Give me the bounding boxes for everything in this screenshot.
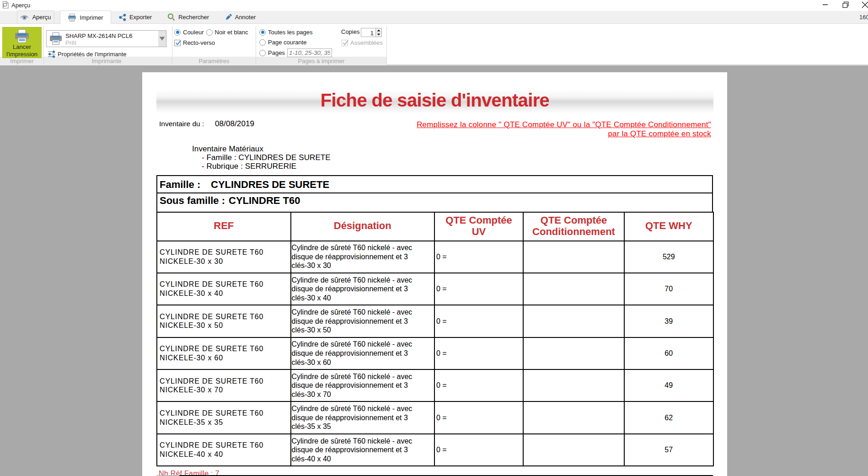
launch-print-caption: Lancer l'impression <box>6 43 38 58</box>
restore-button[interactable] <box>838 0 852 10</box>
minimize-button[interactable] <box>818 0 832 10</box>
preview-area[interactable]: Fiche de saisie d'inventaire Inventaire … <box>0 65 868 476</box>
checkbox-recto-verso[interactable] <box>174 40 181 46</box>
inventory-table-head: REFDésignationQTE Comptée UVQTE Comptée … <box>157 212 713 241</box>
cell-qte_why: 57 <box>624 434 713 466</box>
checkbox-assemblees[interactable] <box>342 40 348 46</box>
tab-rechercher[interactable]: Rechercher <box>165 11 212 24</box>
radio-couleur[interactable] <box>174 29 181 36</box>
radio-noir-et-blanc[interactable] <box>206 29 213 36</box>
group-label-imprimante: Imprimante <box>46 58 167 64</box>
cell-qte_why: 70 <box>624 273 713 305</box>
table-row: CYLINDRE DE SURETE T60 NICKELE-30 x 50Cy… <box>157 305 713 337</box>
radio-toutes-les-pages[interactable] <box>259 29 266 36</box>
radio-page-courante[interactable] <box>259 39 266 46</box>
printer-combo-icon <box>49 32 62 45</box>
cell-qte_why: 529 <box>624 241 713 273</box>
spin-down-icon <box>377 33 380 36</box>
window-title: Aperçu <box>11 2 30 9</box>
cell-ref: CYLINDRE DE SURETE T60 NICKELE-40 x 40 <box>157 434 291 466</box>
subfamily-value: CYLINDRE T60 <box>229 195 300 207</box>
pages-range-input[interactable] <box>287 48 332 57</box>
copies-spin-down[interactable] <box>376 32 381 37</box>
tab-exporter[interactable]: Exporter <box>115 11 155 24</box>
tab-rechercher-label: Rechercher <box>178 14 209 21</box>
table-row: CYLINDRE DE SURETE T60 NICKELE-30 x 70Cy… <box>157 369 713 401</box>
tab-annoter[interactable]: Annoter <box>222 11 258 24</box>
copies-label: Copies <box>341 28 359 35</box>
cell-qte_cond <box>523 369 624 401</box>
column-header-3: QTE Comptée Conditionnement <box>523 212 624 241</box>
ribbon-tabstrip: Aperçu Imprimer Exporter <box>0 11 868 24</box>
check-icon-disabled <box>342 39 349 46</box>
printer-name: SHARP MX-2614N PCL6 <box>65 32 132 39</box>
printer-select-dropdown[interactable] <box>158 31 166 47</box>
app-icon <box>2 1 9 9</box>
pages-range-row: Pages <box>259 49 285 56</box>
cell-designation: Cylindre de sûreté T60 nickelé - avec di… <box>291 241 435 273</box>
cell-designation: Cylindre de sûreté T60 nickelé - avec di… <box>291 273 435 305</box>
column-header-4: QTE WHY <box>624 212 713 241</box>
radio-pages-label: Pages <box>268 49 285 56</box>
group-label-pages: Pages à imprimer <box>256 58 386 64</box>
table-row: CYLINDRE DE SURETE T60 NICKELE-30 x 60Cy… <box>157 337 713 369</box>
group-separator-4 <box>386 26 387 64</box>
radio-page-courante-label: Page courante <box>268 39 307 46</box>
radio-noir-et-blanc-label: Noir et blanc <box>215 29 248 36</box>
cell-qte_uv: 0 = <box>434 369 523 401</box>
printer-properties-link[interactable]: Propriétés de l'imprimante <box>48 50 127 58</box>
cell-designation: Cylindre de sûreté T60 nickelé - avec di… <box>291 305 435 337</box>
group-label-parametres: Paramètres <box>172 58 256 64</box>
duplex-row: Recto-verso <box>174 39 215 46</box>
eye-icon <box>20 14 29 20</box>
radio-couleur-label: Couleur <box>183 29 204 36</box>
subfamily-header-box: Sous famille : CYLINDRE T60 <box>156 193 713 212</box>
materials-heading: Inventaire Matériaux <box>192 145 263 153</box>
copies-input[interactable] <box>361 28 376 37</box>
launch-print-button[interactable]: Lancer l'impression <box>2 27 42 58</box>
tab-apercu-label: Aperçu <box>32 14 51 21</box>
table-row: CYLINDRE DE SURETE T60 NICKELE-30 x 30Cy… <box>157 241 713 273</box>
printer-select[interactable]: SHARP MX-2614N PCL6 Prêt <box>46 30 166 47</box>
inventory-date-value: 08/08/2019 <box>215 120 254 128</box>
launch-print-label-line1: Lancer <box>13 43 31 50</box>
rubric-line: - Rubrique : SERRURERIE <box>202 162 296 170</box>
tab-imprimer-label: Imprimer <box>80 14 103 21</box>
print-launch-icon <box>13 29 31 43</box>
family-line: - Famille : CYLINDRES DE SURETE <box>202 154 331 161</box>
cell-qte_uv: 0 = <box>434 434 523 466</box>
instruction-line2: par la QTE comptée en stock <box>608 130 711 138</box>
radio-pages[interactable] <box>259 50 266 56</box>
printer-icon <box>68 14 76 21</box>
magnifier-icon <box>167 13 175 21</box>
group-label-imprimer: Imprimer <box>2 58 42 64</box>
tab-imprimer[interactable]: Imprimer <box>60 11 111 24</box>
cell-ref: CYLINDRE DE SURETE T60 NICKELE-30 x 40 <box>157 273 291 305</box>
inventory-table-body: CYLINDRE DE SURETE T60 NICKELE-30 x 30Cy… <box>157 241 713 466</box>
cell-qte_why: 49 <box>624 369 713 401</box>
table-row: CYLINDRE DE SURETE T60 NICKELE-30 x 40Cy… <box>157 273 713 305</box>
cell-qte_uv: 0 = <box>434 337 523 369</box>
pages-current-row: Page courante <box>259 39 307 46</box>
subfamily-label: Sous famille : <box>160 195 225 207</box>
document-title: Fiche de saisie d'inventaire <box>156 91 713 109</box>
cell-qte_uv: 0 = <box>434 241 523 273</box>
cell-ref: CYLINDRE DE SURETE T60 NICKELE-30 x 50 <box>157 305 291 337</box>
cell-qte_uv: 0 = <box>434 401 523 433</box>
cell-designation: Cylindre de sûreté T60 nickelé - avec di… <box>291 434 435 466</box>
printer-status: Prêt <box>65 39 76 46</box>
tab-apercu[interactable]: Aperçu <box>17 11 54 24</box>
family-header-box: Famille : CYLINDRES DE SURETE <box>156 175 713 193</box>
dropdown-arrow-icon <box>159 37 165 41</box>
check-icon <box>175 39 182 46</box>
cell-qte_uv: 0 = <box>434 273 523 305</box>
cell-qte_cond <box>523 401 624 433</box>
cell-designation: Cylindre de sûreté T60 nickelé - avec di… <box>291 337 435 369</box>
close-button[interactable] <box>858 0 868 10</box>
copies-spin-up[interactable] <box>376 28 381 32</box>
preview-top-highlight <box>0 65 868 65</box>
cell-ref: CYLINDRE DE SURETE T60 NICKELE-30 x 30 <box>157 241 291 273</box>
spin-up-icon <box>377 29 380 32</box>
document-page: Fiche de saisie d'inventaire Inventaire … <box>142 72 727 476</box>
collate-row: Assemblées <box>342 39 383 46</box>
